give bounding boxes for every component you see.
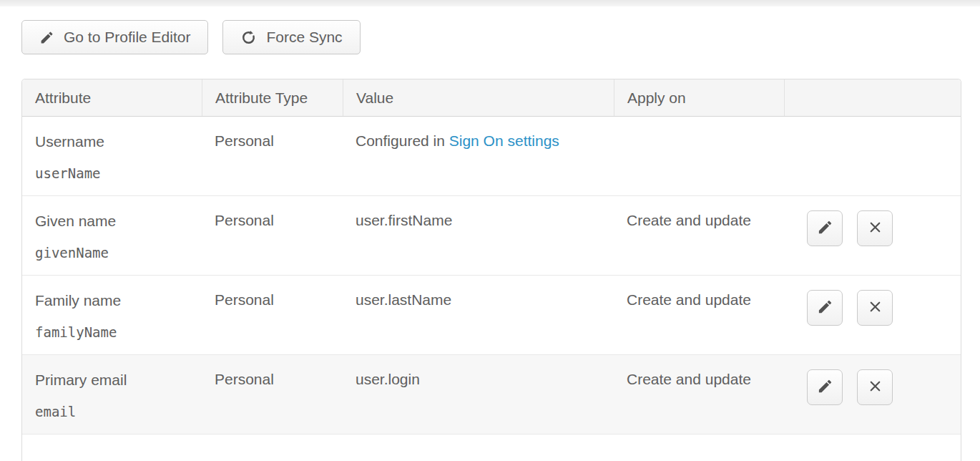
- close-icon: [867, 299, 883, 317]
- attribute-variable-name: familyName: [35, 324, 189, 340]
- attribute-mappings-table: Attribute Attribute Type Value Apply on …: [21, 79, 961, 461]
- attribute-variable-name: givenName: [35, 245, 189, 261]
- attribute-type: Personal: [202, 276, 343, 354]
- attribute-label: Username: [35, 132, 189, 150]
- column-header-actions: [784, 79, 961, 116]
- attribute-type: Personal: [202, 117, 343, 195]
- column-header-attribute-type: Attribute Type: [202, 79, 343, 116]
- close-icon: [867, 378, 883, 397]
- table-row-username: Username userName Personal Configured in…: [22, 117, 961, 196]
- row-actions: [784, 355, 961, 434]
- edit-attribute-button[interactable]: [807, 290, 843, 326]
- value-text: user.firstName: [343, 196, 614, 275]
- attribute-label: Given name: [35, 212, 189, 230]
- pencil-icon: [39, 30, 54, 45]
- value-text: Configured in: [356, 132, 449, 149]
- attribute-type: Personal: [202, 196, 343, 275]
- table-header-row: Attribute Attribute Type Value Apply on: [22, 79, 961, 117]
- edit-attribute-button[interactable]: [807, 369, 843, 405]
- value-text: user.lastName: [343, 276, 614, 354]
- row-actions: [784, 196, 961, 275]
- pencil-icon: [817, 219, 833, 238]
- apply-on-value: [614, 117, 784, 195]
- delete-attribute-button[interactable]: [857, 210, 893, 246]
- table-row-partial: [22, 435, 961, 461]
- delete-attribute-button[interactable]: [857, 290, 893, 326]
- top-divider: [0, 0, 980, 6]
- force-sync-label: Force Sync: [266, 29, 342, 46]
- column-header-attribute: Attribute: [22, 79, 202, 116]
- attribute-label: Family name: [35, 291, 189, 309]
- apply-on-value: Create and update: [614, 355, 784, 434]
- table-row-primary-email: Primary email email Personal user.login …: [22, 355, 961, 435]
- apply-on-value: Create and update: [614, 196, 784, 275]
- value-text: user.login: [343, 355, 614, 434]
- go-to-profile-editor-label: Go to Profile Editor: [64, 29, 190, 46]
- go-to-profile-editor-button[interactable]: Go to Profile Editor: [21, 20, 208, 54]
- table-row-given-name: Given name givenName Personal user.first…: [22, 196, 961, 276]
- toolbar: Go to Profile Editor Force Sync: [21, 20, 980, 54]
- close-icon: [867, 219, 883, 238]
- attribute-variable-name: userName: [35, 165, 189, 181]
- column-header-apply-on: Apply on: [614, 79, 784, 116]
- table-row-family-name: Family name familyName Personal user.las…: [22, 276, 961, 355]
- apply-on-value: Create and update: [614, 276, 784, 354]
- refresh-icon: [240, 29, 257, 46]
- column-header-value: Value: [343, 79, 614, 116]
- attribute-type: Personal: [202, 355, 343, 434]
- force-sync-button[interactable]: Force Sync: [222, 20, 360, 54]
- edit-attribute-button[interactable]: [807, 210, 843, 246]
- pencil-icon: [817, 378, 833, 397]
- attribute-label: Primary email: [35, 371, 189, 389]
- row-actions: [784, 276, 961, 354]
- delete-attribute-button[interactable]: [857, 369, 893, 405]
- sign-on-settings-link[interactable]: Sign On settings: [449, 132, 559, 149]
- attribute-variable-name: email: [35, 404, 189, 419]
- row-actions: [784, 117, 961, 195]
- pencil-icon: [817, 299, 833, 317]
